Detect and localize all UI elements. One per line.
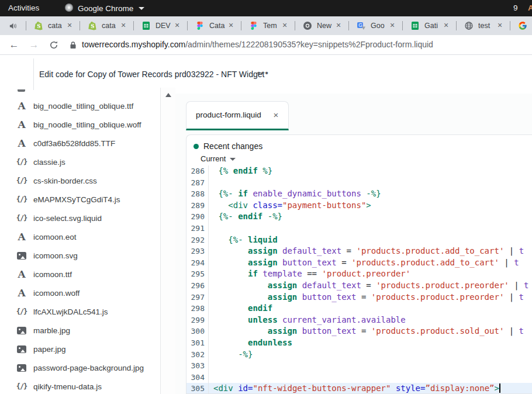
browser-tab-strip: Scata×Scata×DEV×Cata×Tem×New×GGoo×Gati×t…	[0, 16, 532, 35]
file-list-item[interactable]: Aicomoon.ttf	[0, 265, 160, 284]
file-list-item[interactable]: {/}lfcAXLwjkDALc541.js	[0, 302, 160, 321]
tab-close-icon[interactable]: ×	[495, 21, 505, 30]
line-number: 301	[186, 337, 209, 349]
tab-close-icon[interactable]: ×	[334, 21, 343, 30]
code-line-content	[209, 223, 532, 234]
file-list-item[interactable]: {/}classie.js	[0, 153, 160, 171]
file-list-item[interactable]: Aicomoon.woff	[0, 284, 160, 302]
tab-close-icon[interactable]: ×	[119, 21, 128, 30]
browser-tab[interactable]: Scata×	[80, 16, 134, 35]
chrome-favicon-icon	[303, 21, 312, 30]
shopify-favicon-icon: S	[34, 21, 43, 30]
code-file-icon: {/}	[15, 307, 28, 316]
code-line[interactable]: 305<div id="nft-widget-buttons-wrapper" …	[186, 383, 532, 394]
code-line[interactable]: 302 -%}	[186, 349, 532, 361]
tab-close-icon[interactable]: ×	[388, 21, 397, 30]
file-list-item[interactable]: Abig_noodle_titling_oblique.ttf	[0, 96, 160, 115]
clock-partial-glyph: A	[528, 0, 532, 16]
tab-close-icon[interactable]: ×	[441, 21, 451, 30]
code-line[interactable]: 304	[186, 372, 532, 383]
code-line[interactable]: 300 assign button_text = 'products.produ…	[186, 326, 532, 337]
browser-tab[interactable]: test×	[457, 16, 510, 35]
tab-close-icon[interactable]: ×	[172, 21, 182, 30]
code-line[interactable]: 298 endif	[186, 303, 532, 314]
tab-audio-indicator[interactable]	[0, 16, 26, 35]
file-list-item[interactable]: {/}eMAPMXSyTCgGdiT4.js	[0, 190, 160, 209]
code-line-content: <div id="nft-widget-buttons-wrapper" sty…	[209, 383, 532, 394]
back-button[interactable]: ←	[8, 39, 20, 51]
code-line[interactable]: 303	[186, 360, 532, 372]
file-list-item[interactable]: Aicomoon.eot	[0, 227, 160, 246]
scroll-up-arrow-icon[interactable]	[165, 93, 171, 97]
editor-file-tab[interactable]: product-form.liquid ×	[186, 101, 289, 130]
code-line[interactable]: 289 <div class="payment-buttons">	[186, 200, 532, 212]
url-bar[interactable]: towerrecords.myshopify.com/admin/themes/…	[82, 35, 433, 54]
code-area[interactable]: 286 {% endif %}287288 {%- if enable_dyna…	[186, 165, 532, 394]
file-list-item[interactable]: {/}ico-select.svg.liquid	[0, 209, 160, 227]
file-name: classie.js	[33, 158, 65, 167]
file-list-item[interactable]: Abig_noodle_titling_oblique.woff	[0, 115, 160, 134]
file-name: cs-skin-border.css	[33, 177, 97, 185]
browser-toolbar: ← → towerrecords.myshopify.com/admin/the…	[0, 35, 532, 55]
reload-button[interactable]	[48, 40, 60, 52]
code-line[interactable]: 287	[186, 177, 532, 189]
code-line-content: assign button_text = 'products.product.a…	[209, 257, 532, 269]
font-file-icon: A	[15, 231, 28, 243]
file-list-item[interactable]: paper.jpg	[0, 340, 160, 358]
font-file-icon: A	[15, 268, 28, 280]
editor-tab-close-icon[interactable]: ×	[271, 110, 281, 120]
version-label: Current	[201, 154, 226, 163]
code-line[interactable]: 288 {%- if enable_dynamic_buttons -%}	[186, 188, 532, 200]
sheets-favicon-icon	[410, 21, 420, 30]
file-list-item[interactable]: {/}qikify-tmenu-data.js	[0, 377, 160, 394]
code-line[interactable]: 290 {%- endif -%}	[186, 211, 532, 223]
browser-tab[interactable]: Scata×	[26, 16, 80, 35]
browser-tab[interactable]: New×	[295, 16, 349, 35]
browser-tab[interactable]	[510, 16, 532, 35]
line-number: 288	[186, 188, 209, 200]
file-name: marble.jpg	[33, 326, 70, 335]
app-menu-button[interactable]: Google Chrome	[64, 0, 144, 16]
recent-changes-label: Recent changes	[203, 141, 262, 151]
more-options-button[interactable]: •••	[257, 55, 269, 91]
code-line-content	[209, 372, 532, 383]
code-line[interactable]: 296 assign default_text = 'products.prod…	[186, 280, 532, 292]
code-line-content: unless current_variant.available	[209, 314, 532, 326]
version-dropdown[interactable]: Current	[201, 154, 236, 163]
code-line[interactable]: 294 assign button_text = 'products.produ…	[186, 257, 532, 269]
lock-icon[interactable]	[70, 41, 77, 51]
code-line-content: {%- if enable_dynamic_buttons -%}	[209, 188, 532, 200]
code-line[interactable]: 293 assign default_text = 'products.prod…	[186, 246, 532, 257]
browser-tab[interactable]: Tem×	[241, 16, 295, 35]
editor-tab-label: product-form.liquid	[196, 102, 261, 128]
file-list-item[interactable]: password-page-background.jpg	[0, 358, 160, 377]
figma-favicon-icon	[249, 21, 258, 30]
shopify-favicon-icon: S	[88, 21, 97, 30]
forward-button[interactable]: →	[28, 39, 40, 51]
tab-close-icon[interactable]: ×	[280, 21, 289, 30]
code-line[interactable]: 286 {% endif %}	[186, 165, 532, 177]
code-line[interactable]: 299 unless current_variant.available	[186, 314, 532, 326]
file-list-item[interactable]: marble.jpg	[0, 321, 160, 340]
code-line[interactable]: 292 {%- liquid	[186, 234, 532, 246]
image-file-icon	[15, 362, 28, 373]
file-list-item[interactable]: Ac0df3a6b528fdd85.TTF	[0, 134, 160, 153]
browser-tab[interactable]: GGoo×	[349, 16, 403, 35]
code-line[interactable]: 295 if template == 'product.preorder'	[186, 268, 532, 280]
tab-close-icon[interactable]: ×	[226, 21, 236, 30]
file-list-item[interactable]: icomoon.svg	[0, 246, 160, 265]
code-line[interactable]: 301 endunless	[186, 337, 532, 349]
code-file-icon: {/}	[15, 382, 28, 390]
code-line[interactable]: 291	[186, 223, 532, 234]
file-list-item[interactable]: {/}cs-skin-border.css	[0, 171, 160, 190]
line-number: 294	[186, 257, 209, 269]
code-line[interactable]: 297 assign button_text = 'products.produ…	[186, 292, 532, 303]
sidebar-scrollbar[interactable]	[160, 88, 175, 394]
image-file-icon	[15, 344, 28, 354]
tab-close-icon[interactable]: ×	[65, 21, 74, 30]
text-cursor	[499, 383, 500, 393]
browser-tab[interactable]: Cata×	[188, 16, 241, 35]
activities-button[interactable]: Activities	[8, 0, 39, 16]
browser-tab[interactable]: Gati×	[403, 16, 457, 35]
browser-tab[interactable]: DEV×	[134, 16, 188, 35]
